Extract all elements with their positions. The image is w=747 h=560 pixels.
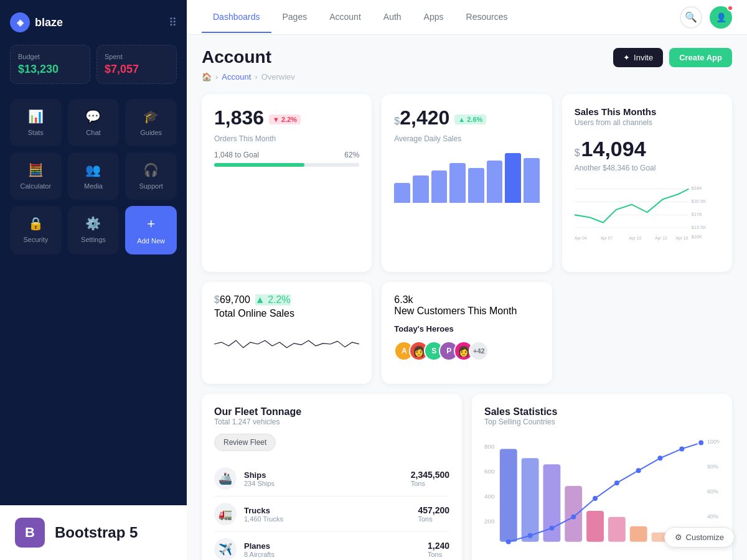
tab-apps[interactable]: Apps xyxy=(413,2,455,33)
security-icon: 🔒 xyxy=(28,216,44,231)
progress-goal-text: 1,048 to Goal xyxy=(214,151,259,159)
tab-resources[interactable]: Resources xyxy=(455,2,519,33)
svg-text:Apr 10: Apr 10 xyxy=(629,236,641,241)
sidebar-item-media[interactable]: 👥 Media xyxy=(68,152,120,200)
progress-pct: 62% xyxy=(344,151,359,159)
svg-text:Apr 07: Apr 07 xyxy=(600,236,613,241)
invite-button[interactable]: ✦ Invite xyxy=(613,48,663,67)
add-new-label: Add New xyxy=(137,237,165,245)
sidebar-item-chat[interactable]: 💬 Chat xyxy=(68,99,120,146)
online-sales-card: $69,700 ▲ 2.2% Total Online Sales xyxy=(202,282,372,384)
planes-info: Planes 8 Aircrafts xyxy=(244,541,428,558)
budget-label: Budget xyxy=(18,53,82,60)
page-content: Account ✦ Invite Create App 🏠 › Account … xyxy=(187,35,747,560)
tab-auth[interactable]: Auth xyxy=(372,2,413,33)
sales-line-chart: $24K $20.5K $17K $13.5K $10K Apr 04 Apr … xyxy=(575,172,720,259)
ships-value: 2,345,500 xyxy=(411,470,449,480)
sidebar-item-guides[interactable]: 🎓 Guides xyxy=(125,99,177,146)
breadcrumb-sep: › xyxy=(215,72,218,82)
sidebar-item-support[interactable]: 🎧 Support xyxy=(125,152,177,200)
svg-point-30 xyxy=(593,496,598,501)
customize-button[interactable]: ⚙ Customize xyxy=(664,527,735,548)
guides-icon: 🎓 xyxy=(143,109,159,124)
customize-icon: ⚙ xyxy=(675,533,682,542)
nav-tabs: Dashboards Pages Account Auth Apps Resou… xyxy=(202,2,519,33)
search-button[interactable]: 🔍 xyxy=(680,6,702,29)
planes-unit: Tons xyxy=(428,551,449,558)
fleet-subtitle: Total 1,247 vehicles xyxy=(214,418,449,426)
bar-3 xyxy=(431,170,448,203)
tab-dashboards[interactable]: Dashboards xyxy=(202,2,271,33)
bar-2 xyxy=(413,175,429,203)
bar-8 xyxy=(524,158,540,203)
online-sales-value: $69,700 xyxy=(214,294,250,306)
daily-sales-value: $2,420 xyxy=(394,106,449,129)
svg-text:600: 600 xyxy=(484,468,495,475)
trucks-count: 1,460 Trucks xyxy=(244,515,418,523)
sales-goal: Another $48,346 to Goal xyxy=(575,164,720,172)
svg-point-27 xyxy=(528,533,533,538)
settings-label: Settings xyxy=(81,236,106,243)
settings-icon: ⚙️ xyxy=(85,216,101,231)
create-app-button[interactable]: Create App xyxy=(669,48,732,67)
svg-text:200: 200 xyxy=(484,518,495,525)
svg-rect-22 xyxy=(586,511,604,542)
trucks-value: 457,200 xyxy=(418,505,449,515)
svg-text:$20.5K: $20.5K xyxy=(691,198,706,204)
wave-chart xyxy=(214,319,359,369)
sidebar-item-security[interactable]: 🔒 Security xyxy=(10,206,62,254)
review-fleet-button[interactable]: Review Fleet xyxy=(214,434,276,451)
daily-sales-badge: ▲ 2.6% xyxy=(454,114,486,124)
budget-cards: Budget $13,230 Spent $7,057 xyxy=(10,45,177,84)
menu-icon[interactable]: ⠿ xyxy=(169,16,177,29)
orders-badge: ▼ 2.2% xyxy=(269,114,301,124)
svg-rect-21 xyxy=(565,486,582,542)
guides-label: Guides xyxy=(140,129,162,136)
svg-text:Apr 13: Apr 13 xyxy=(655,236,667,241)
ships-name: Ships xyxy=(244,470,411,480)
stats-grid: 1,836 ▼ 2.2% Orders This Month 1,048 to … xyxy=(202,94,732,272)
security-label: Security xyxy=(23,236,48,243)
bar-4 xyxy=(449,163,466,203)
ships-count: 234 Ships xyxy=(244,480,411,487)
svg-point-35 xyxy=(698,440,704,446)
sidebar-item-settings[interactable]: ⚙️ Settings xyxy=(68,206,120,254)
breadcrumb-current: Overwiev xyxy=(261,72,295,82)
support-icon: 🎧 xyxy=(143,162,159,177)
home-icon[interactable]: 🏠 xyxy=(202,72,212,82)
trucks-icon: 🚛 xyxy=(214,503,237,525)
sidebar-item-calculator[interactable]: 🧮 Calculator xyxy=(10,152,62,200)
orders-value: 1,836 xyxy=(214,106,264,129)
nav-grid: 📊 Stats 💬 Chat 🎓 Guides 🧮 Calculator 👥 M… xyxy=(10,99,177,254)
svg-text:60%: 60% xyxy=(707,488,718,495)
heroes-title: Today's Heroes xyxy=(394,324,539,334)
svg-text:$13.5K: $13.5K xyxy=(691,225,706,230)
trucks-name: Trucks xyxy=(244,506,418,515)
svg-point-31 xyxy=(614,480,619,485)
tab-account[interactable]: Account xyxy=(318,2,372,33)
stats-grid-2: $69,700 ▲ 2.2% Total Online Sales 6.3k N… xyxy=(202,282,732,384)
customers-label: New Customers This Month xyxy=(394,306,539,317)
sales-this-month-card: Sales This Months Users from all channel… xyxy=(562,94,732,272)
fleet-row-planes: ✈️ Planes 8 Aircrafts 1,240 Tons xyxy=(214,532,449,560)
page-header: Account ✦ Invite Create App xyxy=(202,47,732,67)
daily-sales-label: Average Daily Sales xyxy=(394,134,539,143)
sidebar-item-stats[interactable]: 📊 Stats xyxy=(10,99,62,146)
bar-7 xyxy=(505,153,521,203)
bar-6 xyxy=(487,161,503,203)
svg-text:$24K: $24K xyxy=(691,185,702,191)
breadcrumb-account[interactable]: Account xyxy=(222,72,251,82)
svg-text:$10K: $10K xyxy=(691,234,702,240)
spent-card: Spent $7,057 xyxy=(96,45,177,84)
tab-pages[interactable]: Pages xyxy=(271,2,319,33)
sidebar-item-add-new[interactable]: + Add New xyxy=(125,206,177,254)
breadcrumb-sep2: › xyxy=(255,72,257,82)
spent-value: $7,057 xyxy=(105,63,169,76)
ships-info: Ships 234 Ships xyxy=(244,470,411,487)
customers-value: 6.3k xyxy=(394,294,539,306)
page-actions: ✦ Invite Create App xyxy=(613,48,732,67)
svg-point-28 xyxy=(549,526,554,531)
support-label: Support xyxy=(139,182,163,190)
user-avatar[interactable]: 👤 xyxy=(710,6,732,29)
spent-label: Spent xyxy=(105,53,169,60)
